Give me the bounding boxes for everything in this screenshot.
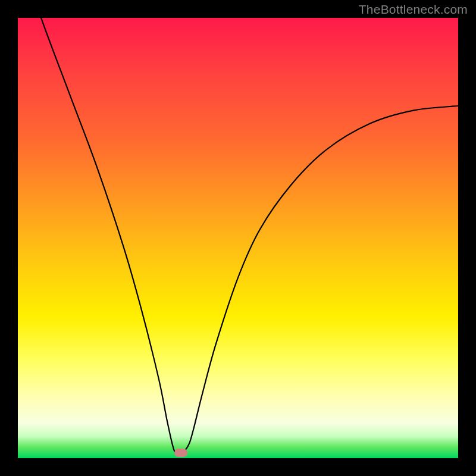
bottleneck-curve	[18, 18, 458, 454]
chart-frame: TheBottleneck.com	[0, 0, 476, 476]
optimal-point-marker	[174, 449, 187, 457]
curve-svg	[18, 18, 458, 458]
watermark-text: TheBottleneck.com	[359, 2, 468, 17]
plot-area	[18, 18, 458, 458]
